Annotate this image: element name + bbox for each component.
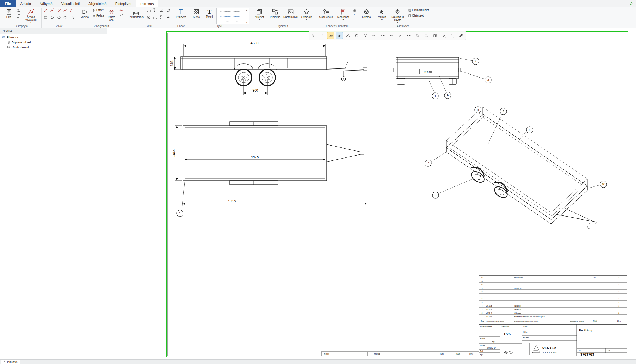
paste-button[interactable]: Liitä: [2, 8, 15, 24]
text-button[interactable]: T Teksti: [203, 8, 216, 24]
break-line-button[interactable]: [118, 8, 124, 13]
line-style-gallery[interactable]: ▲ ▼: [216, 8, 249, 24]
tab-file[interactable]: File: [0, 0, 16, 7]
rectangle-button[interactable]: [43, 15, 49, 20]
quick-dimension-button[interactable]: Pikamitoitus: [127, 8, 145, 24]
polygon-button[interactable]: [49, 15, 55, 20]
copy-button[interactable]: [15, 13, 21, 19]
line-style-swatch[interactable]: [218, 9, 242, 13]
line-button[interactable]: [43, 8, 49, 13]
zoom-icon[interactable]: [423, 32, 430, 39]
crop-icon[interactable]: [414, 32, 421, 39]
axes-icon[interactable]: [449, 32, 456, 39]
ellipse-button[interactable]: [62, 15, 68, 20]
layer-wave-1-icon[interactable]: [371, 32, 378, 39]
parts-header-osa: Osa: [481, 320, 484, 322]
raster-images-button[interactable]: Rasterikuvat: [283, 8, 298, 24]
hatch-pattern-button[interactable]: Kuvio: [190, 8, 203, 24]
link-icon[interactable]: [457, 32, 465, 39]
properties-button[interactable]: Ominaisuudet: [407, 8, 430, 13]
drawing-canvas[interactable]: 4530 362 800: [107, 28, 636, 360]
curve-button[interactable]: [62, 8, 68, 13]
selection-button[interactable]: Valinta ▾: [376, 8, 388, 24]
scroll-up-icon[interactable]: ▲: [246, 9, 248, 11]
hatch-tool-icon[interactable]: [353, 32, 360, 39]
view-side[interactable]: 4530 362 800: [170, 41, 367, 95]
edit-pencil-icon[interactable]: [629, 1, 634, 6]
menu-bar: File Arkisto Näkymä Visualisointi Järjes…: [0, 0, 636, 7]
dim-radius-button[interactable]: [165, 8, 171, 13]
gallery-scrollbar[interactable]: ▲ ▼: [245, 8, 249, 24]
fillet-button[interactable]: [118, 13, 124, 19]
copy-view-icon[interactable]: [431, 32, 438, 39]
subdrawings-button[interactable]: Alikuvat ▾: [252, 8, 267, 24]
tab-pistepilvet[interactable]: Pistepilvet: [111, 0, 136, 7]
part-cell-qty: 1: [618, 298, 619, 300]
group-button[interactable]: Ryhmä: [360, 8, 373, 24]
zoom-window-icon[interactable]: [440, 32, 447, 39]
annotations-button[interactable]: Merkinnät ▾: [336, 8, 351, 24]
layer-wave-2-icon[interactable]: [379, 32, 386, 39]
tree-item-rasterikuvat[interactable]: Rasterikuvat: [0, 45, 107, 50]
polyline-button[interactable]: [49, 8, 55, 13]
dropdown-arrow-icon: ▾: [397, 22, 398, 24]
tab-visualisointi[interactable]: Visualisointi: [57, 0, 84, 7]
part-list-button[interactable]: Osaluettelo: [317, 8, 335, 24]
tab-piirustus[interactable]: Piirustus: [136, 0, 158, 7]
defaults-button[interactable]: Oletukset: [407, 13, 430, 18]
part-cell-code: VX7047: [486, 312, 492, 314]
measure-icon[interactable]: [327, 32, 334, 39]
dim-horizontal-button[interactable]: [146, 8, 152, 13]
smart-polyline-button[interactable]: Älykäs viivaketju ▾: [22, 8, 40, 24]
copy-icon: [16, 14, 21, 18]
view-rear[interactable]: VXR400: [394, 57, 461, 84]
projection-button[interactable]: Projektio: [268, 8, 283, 24]
dim-vertical-button[interactable]: [152, 8, 158, 13]
symbols-button[interactable]: Symbolit ▾: [299, 8, 314, 24]
view-top[interactable]: 1664 4476 5752: [172, 122, 367, 205]
dim-leader-button[interactable]: [165, 15, 171, 20]
dim-chain-button[interactable]: [152, 15, 158, 20]
line-style-swatch[interactable]: [218, 14, 242, 18]
layer-wave-3-icon[interactable]: [388, 32, 395, 39]
layer-wave-4-icon[interactable]: [405, 32, 412, 39]
circle-button[interactable]: [56, 15, 62, 20]
double-line-button[interactable]: [56, 8, 62, 13]
tab-arkisto[interactable]: Arkisto: [16, 0, 35, 7]
dim-baseline-button[interactable]: [159, 15, 165, 20]
field-suunn-label: Suunn.: [480, 345, 486, 347]
snap-triangle-icon[interactable]: [345, 32, 352, 39]
offset-button[interactable]: Offset: [91, 8, 105, 13]
tag-icon[interactable]: [319, 32, 326, 39]
drawing-sheet[interactable]: 4530 362 800: [107, 28, 636, 360]
tab-nakyma[interactable]: Näkymä: [35, 0, 57, 7]
stretch-button[interactable]: Venytä: [78, 8, 91, 24]
tree-root-piirustus[interactable]: Piirustus: [0, 35, 107, 40]
dropdown-arrow-icon: ▾: [343, 19, 344, 21]
mirror-label: Peilaa: [96, 14, 104, 17]
cut-button[interactable]: [15, 8, 21, 13]
table-grid-button[interactable]: [351, 8, 357, 13]
remove-part-button[interactable]: Poista osa: [105, 8, 118, 24]
line-style-swatch[interactable]: [218, 19, 242, 23]
title-block[interactable]: 12merkkilevy21921111019pohjalevy18171615…: [479, 276, 627, 356]
tree-item-alipiirustukset[interactable]: Alipiirustukset: [0, 40, 107, 45]
arc-3point-button[interactable]: [69, 15, 75, 20]
dropdown-arrow-icon[interactable]: ▾: [351, 13, 357, 15]
distance-constraint-button[interactable]: Etäisyys: [175, 8, 187, 24]
pin-icon[interactable]: [310, 32, 317, 39]
dim-diameter-button[interactable]: [146, 15, 152, 20]
dim-angle-button[interactable]: [159, 8, 165, 13]
arc-button[interactable]: [69, 8, 75, 13]
scroll-down-icon[interactable]: ▼: [246, 22, 248, 24]
select-cursor-icon[interactable]: [336, 32, 343, 39]
filter-icon[interactable]: [362, 32, 369, 39]
part-cell-no: 1: [482, 315, 483, 317]
parallel-lines-icon[interactable]: [397, 32, 404, 39]
rear-plate-label: VXR400: [424, 71, 432, 73]
mirror-button[interactable]: Peilaa: [91, 13, 105, 18]
tab-jarjestelma[interactable]: Järjestelmä: [84, 0, 111, 7]
view-and-use-button[interactable]: Näkymä ja käyttö ▾: [389, 8, 407, 24]
statusbar-tab-piirustus[interactable]: Piirustus: [1, 360, 20, 364]
view-isometric[interactable]: [446, 107, 596, 229]
